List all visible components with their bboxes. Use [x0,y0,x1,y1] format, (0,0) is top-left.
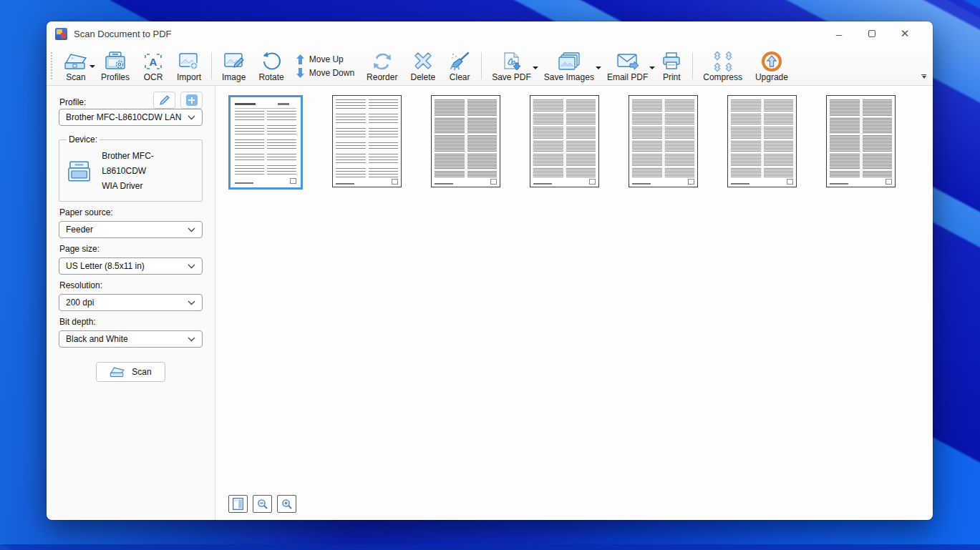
move-up-icon [296,54,304,64]
delete-x-icon [412,50,434,72]
maximize-icon [868,30,875,37]
paper-source-label: Paper source: [59,207,203,217]
toolbar-separator [481,52,482,79]
chevron-down-icon [188,300,195,305]
edit-profile-button[interactable] [153,92,175,109]
paper-source-select[interactable]: Feeder [59,221,203,238]
upgrade-icon [761,50,782,72]
page-thumbnail-6[interactable] [727,95,797,187]
pencil-icon [159,94,170,106]
maximize-button[interactable] [855,21,888,46]
zoom-in-button[interactable] [277,495,296,513]
settings-sidebar: Profile: Brother MFC-L8610CDW LAN [47,86,215,520]
profile-label: Profile: [59,97,86,107]
toolbar-overflow-button[interactable] [919,72,928,81]
view-controls [228,495,296,513]
device-scanner-icon [65,159,93,184]
page-thumbnail-3[interactable] [431,95,500,187]
print-button[interactable]: Print [654,48,689,84]
thumbnail-layout-button[interactable] [228,495,248,513]
chevron-down-icon [188,337,195,342]
image-button[interactable]: Image [215,48,252,84]
device-driver: WIA Driver [102,179,196,194]
compress-arrows-icon [712,50,734,72]
move-up-button[interactable]: Move Up [296,54,354,64]
upgrade-button[interactable]: Upgrade [749,48,795,84]
page-size-select[interactable]: US Letter (8.5x11 in) [59,257,203,275]
ocr-button[interactable]: A OCR [136,48,170,84]
page-thumbnail-4[interactable] [530,95,599,187]
profile-select[interactable]: Brother MFC-L8610CDW LAN [59,109,203,126]
window-title: Scan Document to PDF [74,29,172,39]
app-window: Scan Document to PDF – ✕ [47,21,933,520]
page-thumbnail-2[interactable] [332,95,402,187]
import-image-icon [178,50,200,72]
clear-broom-icon [448,50,471,72]
zoom-out-button[interactable] [253,495,272,513]
rotate-button[interactable]: Rotate [252,48,290,84]
minimize-button[interactable]: – [823,21,855,46]
email-envelope-icon [616,50,640,72]
reorder-icon [371,50,394,72]
chevron-down-icon [188,227,195,232]
resolution-label: Resolution: [59,280,203,290]
svg-text:A: A [150,55,157,67]
image-edit-icon [223,50,246,72]
overflow-icon [921,74,926,75]
bit-depth-select[interactable]: Black and White [59,330,203,348]
chevron-down-icon [188,264,195,269]
save-pdf-icon [500,50,523,72]
clear-button[interactable]: Clear [442,48,477,84]
thumbnail-row [215,86,933,190]
delete-button[interactable]: Delete [404,48,442,84]
titlebar[interactable]: Scan Document to PDF – ✕ [47,21,933,46]
sidebar-scan-button[interactable]: Scan [96,362,165,382]
toolbar: Scan Profiles [47,46,933,86]
scanner-icon [110,366,125,378]
rotate-icon [261,50,282,72]
profiles-icon [104,50,127,72]
bit-depth-label: Bit depth: [59,317,203,327]
import-button[interactable]: Import [170,48,208,84]
page-thumbnail-5[interactable] [629,95,698,187]
email-pdf-button[interactable]: Email PDF [601,48,654,84]
app-icon [55,28,67,40]
save-pdf-button[interactable]: Save PDF [485,48,538,84]
device-label: Device: [67,134,100,144]
move-down-icon [296,68,304,78]
close-button[interactable]: ✕ [888,21,921,46]
profiles-button[interactable]: Profiles [94,48,136,84]
pages-panel [215,86,933,520]
save-images-button[interactable]: Save Images [538,48,601,84]
resolution-select[interactable]: 200 dpi [59,294,203,311]
toolbar-separator [211,52,212,79]
move-group: Move Up Move Down [291,48,360,84]
desktop-wallpaper: Scan Document to PDF – ✕ [0,0,980,550]
taskbar-edge [0,544,980,550]
print-icon [661,50,682,72]
ocr-icon: A [142,50,164,72]
page-layout-icon [233,498,243,510]
zoom-in-icon [281,499,293,510]
chevron-down-icon [188,115,195,120]
page-thumbnail-1[interactable] [228,95,303,190]
zoom-out-icon [257,499,268,510]
toolbar-separator [692,52,693,79]
scanner-icon [64,50,88,72]
device-name: Brother MFC-L8610CDW [102,149,196,179]
save-images-icon [557,50,581,72]
add-profile-button[interactable] [180,92,203,109]
compress-button[interactable]: Compress [697,48,749,84]
toolbar-grip[interactable] [51,52,54,79]
device-groupbox: Device: Brother MFC-L8610CDW WIA Driver [59,134,203,202]
plus-icon [186,94,198,106]
page-size-label: Page size: [59,244,203,254]
move-down-button[interactable]: Move Down [296,68,354,78]
scan-button[interactable]: Scan [57,48,94,84]
page-thumbnail-7[interactable] [826,95,896,187]
reorder-button[interactable]: Reorder [360,48,404,84]
